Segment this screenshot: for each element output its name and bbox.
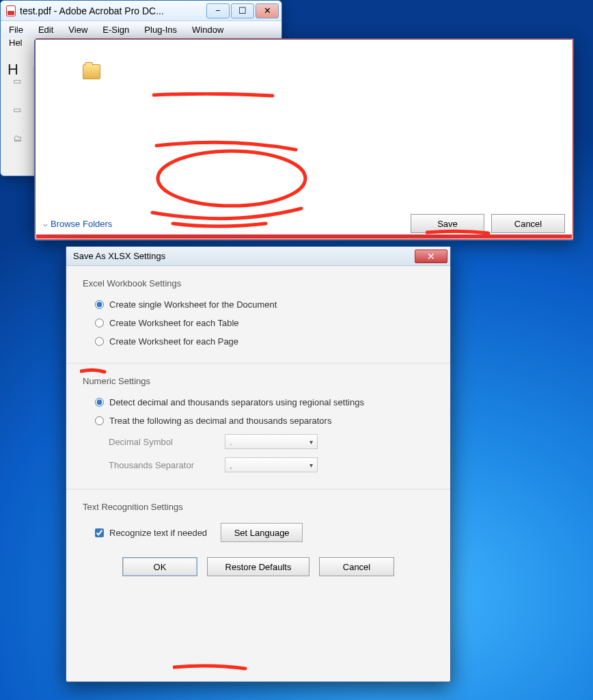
decimal-symbol-combo[interactable]: . ▾: [225, 434, 318, 449]
radio-label: Create Worksheet for each Table: [109, 318, 239, 328]
thousands-separator-combo[interactable]: , ▾: [225, 457, 318, 472]
radio-per-page[interactable]: Create Worksheet for each Page: [83, 332, 434, 351]
section-numeric-title: Numeric Settings: [83, 376, 434, 386]
ok-button[interactable]: OK: [122, 557, 197, 576]
acrobat-titlebar[interactable]: test.pdf - Adobe Acrobat Pro DC... − ☐ ✕: [1, 1, 281, 21]
radio-single-worksheet[interactable]: Create single Worksheet for the Document: [83, 295, 434, 314]
chevron-down-icon: ▾: [309, 438, 313, 446]
settings-title-text: Save As XLSX Settings: [73, 251, 165, 261]
thousands-separator-value: ,: [230, 460, 232, 470]
minimize-button[interactable]: −: [206, 3, 230, 18]
set-language-button[interactable]: Set Language: [221, 523, 303, 542]
radio-label: Detect decimal and thousands separators …: [109, 397, 364, 407]
xlsx-settings-dialog: Save As XLSX Settings ✕ Excel Workbook S…: [66, 246, 451, 682]
close-button[interactable]: ✕: [256, 3, 279, 18]
chevron-down-icon: ▾: [309, 461, 313, 469]
radio-label: Create single Worksheet for the Document: [109, 299, 277, 310]
thousands-separator-row: Thousands Separator , ▾: [83, 453, 434, 476]
decimal-symbol-label: Decimal Symbol: [109, 437, 225, 447]
cancel-button[interactable]: Cancel: [319, 557, 394, 576]
browse-folders-toggle[interactable]: ⌵ Browse Folders: [43, 219, 112, 229]
acrobat-title-text: test.pdf - Adobe Acrobat Pro DC...: [20, 5, 164, 16]
radio-input[interactable]: [95, 319, 104, 327]
acrobat-menubar: File Edit View E-Sign Plug-Ins Window: [1, 21, 281, 38]
sidebar-bookmarks-icon[interactable]: ▭: [1, 95, 33, 124]
save-button[interactable]: Save: [411, 214, 484, 233]
decimal-symbol-value: .: [230, 437, 232, 447]
section-excel-title: Excel Workbook Settings: [83, 278, 434, 288]
radio-custom-separators[interactable]: Treat the following as decimal and thous…: [83, 412, 434, 430]
settings-titlebar[interactable]: Save As XLSX Settings ✕: [66, 247, 450, 266]
close-button[interactable]: ✕: [415, 250, 447, 263]
menu-view[interactable]: View: [61, 23, 94, 37]
maximize-button[interactable]: ☐: [231, 3, 254, 18]
save-as-dialog: Save As PDF ✕ ◄ ► ▸ Computer ▸ SYSTEM (C…: [34, 38, 574, 241]
chevron-down-icon: ⌵: [43, 219, 48, 228]
browse-folders-label: Browse Folders: [51, 219, 112, 229]
sidebar-thumbnails-icon[interactable]: ▭: [1, 66, 33, 95]
radio-input[interactable]: [95, 300, 104, 309]
radio-input[interactable]: [95, 337, 104, 346]
recognize-text-input[interactable]: [95, 528, 104, 537]
radio-label: Treat the following as decimal and thous…: [109, 416, 331, 426]
acrobat-sidebar: ▭ ▭ 🗂: [1, 66, 33, 176]
recognize-text-label: Recognize text if needed: [109, 528, 207, 538]
folder-icon: [83, 64, 100, 79]
radio-input[interactable]: [95, 398, 104, 407]
sidebar-layers-icon[interactable]: 🗂: [1, 124, 33, 152]
radio-label: Create Worksheet for each Page: [109, 336, 238, 347]
pdf-icon: [6, 5, 16, 16]
recognize-text-checkbox[interactable]: Recognize text if needed: [95, 528, 207, 538]
radio-per-table[interactable]: Create Worksheet for each Table: [83, 314, 434, 332]
menu-window[interactable]: Window: [185, 23, 230, 37]
menu-file[interactable]: File: [2, 23, 30, 37]
menu-plugins[interactable]: Plug-Ins: [137, 23, 184, 37]
cancel-button[interactable]: Cancel: [491, 214, 565, 233]
menu-esign[interactable]: E-Sign: [96, 23, 136, 37]
menu-help[interactable]: Hel: [2, 36, 29, 50]
save-as-titlebar[interactable]: Save As PDF ✕: [35, 39, 573, 61]
menu-edit[interactable]: Edit: [31, 23, 60, 37]
decimal-symbol-row: Decimal Symbol . ▾: [83, 430, 434, 453]
radio-input[interactable]: [95, 416, 104, 425]
section-text-title: Text Recognition Settings: [83, 502, 434, 512]
restore-defaults-button[interactable]: Restore Defaults: [207, 557, 309, 576]
radio-regional-settings[interactable]: Detect decimal and thousands separators …: [83, 393, 434, 412]
thousands-separator-label: Thousands Separator: [109, 460, 225, 470]
